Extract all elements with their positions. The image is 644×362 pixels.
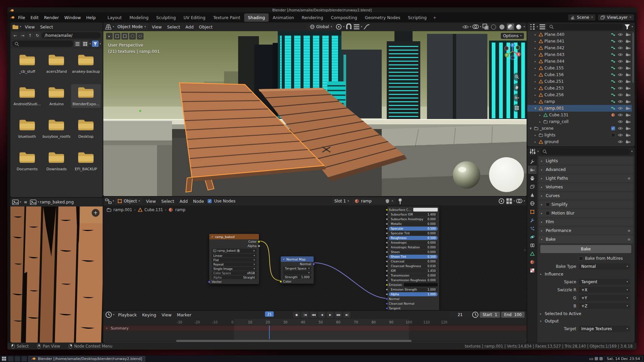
- input-socket[interactable]: [386, 302, 388, 305]
- space-dropdown[interactable]: Tangent Space▾: [283, 266, 311, 270]
- pan-button[interactable]: [513, 83, 521, 91]
- chevron-down-icon[interactable]: ▾: [632, 25, 633, 28]
- navigation-gizmo[interactable]: Z Y X: [503, 42, 522, 61]
- section-performance[interactable]: ▸Performance≡: [539, 227, 633, 235]
- editor-type-button[interactable]: [105, 198, 112, 204]
- color-output-socket[interactable]: [258, 240, 260, 243]
- workspace-tab-modeling[interactable]: Modeling: [126, 13, 152, 22]
- hide-in-viewport-icon[interactable]: [618, 113, 623, 117]
- unlink-icon[interactable]: ×: [391, 200, 394, 202]
- hide-in-viewport-icon[interactable]: [618, 126, 623, 130]
- end-frame-field[interactable]: End100: [501, 312, 525, 318]
- bsdf-emission-strength[interactable]: Emission Strength1.000: [389, 287, 438, 292]
- bsdf-anisotropic[interactable]: Anisotropic0.000: [389, 240, 438, 245]
- play-button[interactable]: ▶: [326, 312, 334, 318]
- slider[interactable]: Roughness0.500: [389, 236, 438, 240]
- slider[interactable]: Subsurface Anisotropy0.000: [389, 217, 438, 221]
- principled-bsdf-node[interactable]: Subsurface C...Subsurface IOR1.400Subsur…: [387, 206, 439, 310]
- expand-icon[interactable]: ▸: [533, 100, 537, 103]
- shader-menu-add[interactable]: Add: [177, 198, 190, 205]
- folder-efi-backup[interactable]: EFI_BACKUP: [71, 149, 101, 173]
- select-circle-button[interactable]: [129, 33, 136, 40]
- overlays-button[interactable]: [516, 198, 523, 204]
- timeline-menu-playback[interactable]: Playback: [115, 311, 140, 318]
- tool-tab[interactable]: [528, 157, 537, 166]
- chevron-down-icon[interactable]: ▾: [90, 43, 91, 45]
- folder-androidstudi[interactable]: AndroidStudi...: [12, 84, 42, 108]
- expand-icon[interactable]: ▸: [533, 140, 537, 143]
- properties-search-input[interactable]: [540, 148, 630, 155]
- play-reverse-button[interactable]: ◀: [318, 312, 325, 318]
- outliner-row-cube-131[interactable]: ▸Cube.131: [527, 112, 632, 118]
- bake-button[interactable]: Bake: [540, 245, 631, 253]
- interpolation-dropdown[interactable]: Linear▾: [212, 254, 257, 257]
- outliner-row-plane-043[interactable]: ▸Plane.043: [527, 51, 632, 58]
- input-socket[interactable]: [386, 255, 388, 258]
- swizzle-r-dropdown[interactable]: +X▾: [579, 287, 630, 293]
- source-dropdown[interactable]: Single Image▾: [212, 267, 257, 270]
- section-lights[interactable]: ▸Lights: [539, 157, 633, 165]
- swizzle-g-dropdown[interactable]: +Y▾: [579, 295, 630, 301]
- object-data-tab[interactable]: [528, 249, 537, 258]
- slider[interactable]: Emission Strength1.000: [389, 288, 438, 292]
- window-titlebar[interactable]: Blender [/home/amalie/Desktop/blender/ru…: [7, 7, 637, 12]
- viewport-menu-select[interactable]: Select: [164, 23, 183, 31]
- bsdf-sheen[interactable]: Sheen0.000: [389, 250, 438, 254]
- display-thumbnail-button[interactable]: [82, 41, 89, 47]
- input-socket[interactable]: [386, 246, 388, 248]
- hide-in-viewport-icon[interactable]: [618, 93, 623, 97]
- options-dropdown[interactable]: Options▾: [501, 33, 524, 39]
- back-button[interactable]: ←: [12, 32, 18, 39]
- image-datablock-field[interactable]: ramp_baked 6 ×: [212, 249, 257, 253]
- output-subpanel-header[interactable]: ▾Output: [539, 317, 633, 325]
- expand-icon[interactable]: ▸: [533, 67, 537, 70]
- bsdf-subsurface-ior[interactable]: Subsurface IOR1.400: [389, 212, 438, 217]
- pivot-button[interactable]: [335, 23, 342, 30]
- disable-in-renders-icon[interactable]: [626, 133, 631, 137]
- workspace-tab-geometry-nodes[interactable]: Geometry Nodes: [361, 13, 404, 22]
- disable-in-renders-icon[interactable]: [626, 79, 631, 83]
- editor-type-button[interactable]: [105, 311, 112, 318]
- blender-task-button[interactable]: Blender [/home/amalie/Desktop/blender/ru…: [28, 356, 145, 362]
- shading-rendered-button[interactable]: [515, 23, 523, 30]
- folder-blenderexpo[interactable]: BlenderExpo...: [71, 84, 101, 108]
- disable-in-renders-icon[interactable]: [626, 120, 631, 124]
- render-tab[interactable]: [528, 166, 537, 174]
- input-socket[interactable]: [386, 260, 388, 262]
- outliner-row-cube-256[interactable]: ▸Cube.256: [527, 92, 632, 98]
- section-motion-blur[interactable]: ▸Motion Blur: [539, 209, 633, 217]
- close-icon[interactable]: ×: [591, 16, 593, 19]
- hide-in-viewport-icon[interactable]: [618, 120, 623, 124]
- view-layer-tab[interactable]: [528, 182, 537, 191]
- slider[interactable]: Sheen Tint0.500: [389, 255, 438, 259]
- workspace-tab-compositing[interactable]: Compositing: [327, 13, 361, 22]
- section-checkbox[interactable]: [546, 211, 550, 215]
- outliner-search-input[interactable]: [547, 24, 623, 30]
- viewport-menu-add[interactable]: Add: [183, 23, 196, 31]
- bsdf-metallic[interactable]: Metallic0.000: [389, 222, 438, 226]
- slider[interactable]: IOR1.450: [389, 269, 438, 273]
- jump-to-start-button[interactable]: |◀: [301, 312, 309, 318]
- outliner-row-lights[interactable]: ▸lights: [527, 132, 632, 138]
- disable-in-renders-icon[interactable]: [626, 59, 631, 63]
- input-socket[interactable]: [386, 288, 388, 291]
- pin-button[interactable]: [397, 198, 404, 204]
- editor-type-button[interactable]: [12, 23, 19, 30]
- disable-in-renders-icon[interactable]: [626, 86, 631, 90]
- input-socket[interactable]: [386, 208, 388, 211]
- use-preview-range-button[interactable]: [472, 311, 479, 318]
- input-socket[interactable]: [386, 293, 388, 295]
- folder-downloads[interactable]: Downloads: [42, 149, 71, 173]
- filter-button[interactable]: [92, 41, 99, 47]
- extension-dropdown[interactable]: Repeat▾: [212, 262, 257, 266]
- world-tab[interactable]: [528, 199, 537, 207]
- shading-solid-button[interactable]: [498, 23, 506, 30]
- workspace-tab-texture-paint[interactable]: Texture Paint: [209, 13, 244, 22]
- snap-target-button[interactable]: [498, 198, 505, 204]
- input-socket[interactable]: [386, 213, 388, 216]
- disable-in-renders-icon[interactable]: [626, 33, 631, 37]
- bsdf-specular[interactable]: Specular0.500: [389, 226, 438, 231]
- normal-map-node[interactable]: ✓Normal Map Normal Tangent Space▾ ▾ Stre…: [280, 256, 314, 284]
- visibility-dropdown-button[interactable]: [462, 23, 469, 30]
- slider[interactable]: Metallic0.000: [389, 222, 438, 226]
